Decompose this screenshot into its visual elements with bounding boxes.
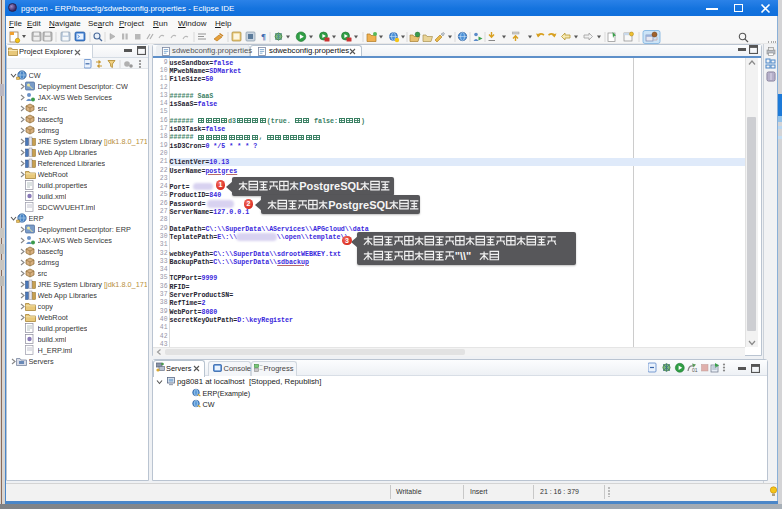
svg-text:"\\": "\\" <box>455 250 472 262</box>
svg-text:01: 01 <box>692 367 698 373</box>
svg-text:PostgreSQL: PostgreSQL <box>328 199 392 211</box>
svg-text:PostgreSQL: PostgreSQL <box>299 180 363 192</box>
svg-text:¶: ¶ <box>261 32 266 42</box>
